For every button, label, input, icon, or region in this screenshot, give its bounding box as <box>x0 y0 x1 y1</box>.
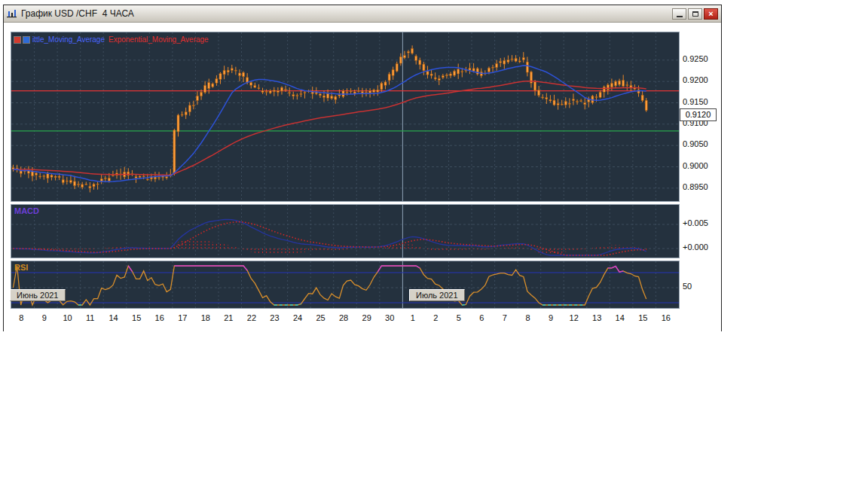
time-label: 15 <box>132 313 141 322</box>
macd-pane: MACD <box>11 204 680 258</box>
macd-value-label: +0.005 <box>683 218 708 227</box>
time-label: 10 <box>63 313 72 322</box>
indicator-legend: ittle_Moving_Average Exponential_Moving_… <box>14 35 209 44</box>
price-label: 0.9050 <box>683 139 708 148</box>
time-label: 16 <box>662 313 671 322</box>
minimize-icon <box>677 16 683 17</box>
time-label: 8 <box>525 313 530 322</box>
july-2021-badge: Июль 2021 <box>409 289 465 301</box>
ma-color-chip[interactable] <box>14 36 21 44</box>
time-label: 17 <box>178 313 187 322</box>
time-label: 9 <box>549 313 553 322</box>
time-label: 6 <box>479 313 484 322</box>
price-label: 0.9150 <box>683 97 708 106</box>
macd-label: MACD <box>14 206 39 215</box>
time-label: 23 <box>270 313 279 322</box>
time-label: 18 <box>201 313 210 322</box>
rsi-level-label: 50 <box>683 282 692 291</box>
time-label: 25 <box>316 313 325 322</box>
time-label: 2 <box>433 313 438 322</box>
time-label: 22 <box>247 313 256 322</box>
ema-color-chip[interactable] <box>23 36 30 44</box>
price-pane: ittle_Moving_Average Exponential_Moving_… <box>11 32 680 202</box>
maximize-icon <box>692 11 698 17</box>
time-label: 29 <box>362 313 371 322</box>
rsi-pane: RSI <box>11 261 680 309</box>
macd-value-label: +0.000 <box>683 242 708 252</box>
time-label: 21 <box>224 313 233 322</box>
time-label: 5 <box>457 313 461 322</box>
macd-canvas[interactable] <box>11 205 679 258</box>
rsi-label: RSI <box>14 263 28 272</box>
titlebar[interactable]: График USD /CHF 4 ЧАСА × <box>4 5 721 23</box>
time-label: 8 <box>19 313 23 322</box>
window-controls: × <box>672 8 718 20</box>
time-label: 28 <box>339 313 348 322</box>
chart-window: График USD /CHF 4 ЧАСА × ittle_Moving_Av… <box>3 5 722 331</box>
june-2021-badge: Июнь 2021 <box>10 289 66 301</box>
window-title: График USD /CHF 4 ЧАСА <box>21 8 672 19</box>
price-label: 0.9000 <box>683 161 708 170</box>
time-label: 30 <box>385 313 394 322</box>
price-label: 0.9250 <box>683 54 708 63</box>
time-label: 15 <box>638 313 647 322</box>
time-label: 11 <box>86 313 94 322</box>
rsi-canvas[interactable] <box>11 261 679 308</box>
time-label: 24 <box>293 313 302 322</box>
chart-client-area: ittle_Moving_Average Exponential_Moving_… <box>4 23 721 331</box>
time-label: 1 <box>411 313 415 322</box>
price-label: 0.8950 <box>683 182 708 191</box>
candlestick-chart-icon <box>6 8 18 19</box>
maximize-button[interactable] <box>688 8 702 20</box>
time-label: 7 <box>503 313 507 322</box>
time-label: 16 <box>155 313 164 322</box>
time-label: 13 <box>592 313 601 322</box>
current-price-box: 0.9120 <box>680 108 717 121</box>
time-label: 9 <box>42 313 47 322</box>
price-chart-canvas[interactable] <box>11 32 679 201</box>
close-button[interactable]: × <box>704 8 718 20</box>
minimize-button[interactable] <box>672 8 686 20</box>
time-label: 14 <box>108 313 118 322</box>
time-label: 14 <box>616 313 625 322</box>
ema-legend-label: Exponential_Moving_Average <box>108 35 209 44</box>
price-label: 0.9200 <box>683 75 708 84</box>
ma-legend-label: ittle_Moving_Average <box>32 35 105 44</box>
time-label: 12 <box>570 313 579 322</box>
